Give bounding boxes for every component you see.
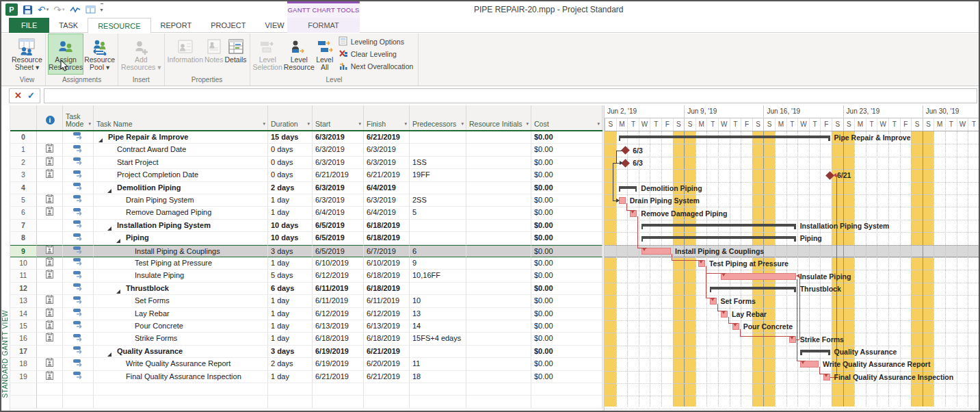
cell-task-name[interactable]: Remove Damaged Piping (94, 207, 268, 219)
row-number[interactable]: 4 (10, 182, 37, 194)
cell-finish[interactable]: 6/18/2019 (364, 232, 410, 244)
cell-indicators[interactable] (37, 194, 63, 207)
cell-indicators[interactable] (37, 346, 63, 358)
cell-cost[interactable]: $0.00 (531, 220, 602, 232)
cell-finish[interactable]: 6/4/2019 (364, 182, 410, 194)
cell-task-mode[interactable] (63, 245, 94, 257)
gantt-task-bar[interactable] (721, 273, 796, 280)
cell-task-mode[interactable] (63, 371, 94, 383)
collapse-triangle-icon[interactable] (98, 135, 103, 144)
cell-cost[interactable]: $0.00 (531, 169, 602, 181)
cell-indicators[interactable] (37, 270, 63, 282)
row-number[interactable]: 15 (10, 320, 37, 333)
column-header-cost[interactable]: Cost▾ (531, 105, 602, 130)
cell-duration[interactable]: 5 days (268, 270, 313, 282)
cell-finish[interactable]: 6/21/2019 (364, 346, 410, 358)
cell-task-name[interactable]: Insulate Piping (94, 270, 268, 282)
cell-cost[interactable]: $0.00 (531, 270, 602, 282)
cell-cost[interactable]: $0.00 (531, 194, 602, 207)
save-icon[interactable] (23, 3, 33, 16)
column-header-name[interactable]: Task Name▾ (94, 105, 268, 130)
cell-cost[interactable]: $0.00 (531, 207, 602, 219)
column-header-info[interactable]: i (37, 105, 63, 130)
filter-arrow-icon[interactable]: ▾ (597, 120, 600, 127)
cell-predecessors[interactable]: 13 (410, 308, 466, 320)
cell-resource-initials[interactable] (466, 220, 531, 232)
cell-predecessors[interactable]: 15FS+4 edays (410, 333, 466, 345)
cell-indicators[interactable] (37, 283, 63, 295)
cell-task-mode[interactable] (63, 232, 94, 244)
column-header-duration[interactable]: Duration▾ (268, 105, 313, 130)
cell-start[interactable]: 6/12/2019 (313, 270, 364, 282)
cell-task-mode[interactable] (63, 257, 94, 270)
cell-indicators[interactable] (37, 333, 63, 345)
cell-task-mode[interactable] (63, 308, 94, 320)
cell-indicators[interactable] (37, 207, 63, 219)
cell-indicators[interactable] (37, 220, 63, 232)
cell-task-name[interactable]: Start Project (94, 157, 268, 169)
cell-resource-initials[interactable] (466, 157, 531, 169)
tab-project[interactable]: PROJECT (201, 18, 255, 33)
cell-predecessors[interactable]: 19FF (410, 169, 466, 181)
activity-icon[interactable] (70, 3, 81, 16)
gantt-summary-bar[interactable] (641, 236, 796, 239)
cell-start[interactable]: 6/18/2019 (313, 333, 364, 345)
cell-indicators[interactable] (37, 182, 63, 194)
redo-button[interactable]: ↷▾ (53, 3, 64, 16)
cell-finish[interactable]: 6/18/2019 (364, 283, 410, 295)
gantt-milestone-diamond[interactable] (621, 146, 630, 155)
cell-indicators[interactable] (37, 232, 63, 244)
cell-start[interactable]: 6/3/2019 (313, 182, 364, 194)
cell-duration[interactable]: 6 days (268, 283, 313, 295)
cell-finish[interactable]: 6/12/2019 (364, 308, 410, 320)
filter-arrow-icon[interactable]: ▾ (263, 120, 265, 127)
cell-start[interactable]: 6/19/2019 (313, 358, 364, 370)
cell-finish[interactable]: 6/3/2019 (364, 194, 410, 207)
cell-start[interactable]: 6/21/2019 (313, 169, 364, 181)
collapse-triangle-icon[interactable] (107, 223, 112, 232)
cell-predecessors[interactable]: 18 (410, 371, 466, 383)
cell-task-name[interactable]: Strike Forms (94, 333, 268, 345)
row-number[interactable]: 6 (10, 207, 37, 219)
cell-task-mode[interactable] (63, 144, 94, 156)
undo-button[interactable]: ↶▾ (38, 3, 49, 16)
cell-cost[interactable]: $0.00 (531, 245, 602, 257)
cell-resource-initials[interactable] (466, 320, 531, 333)
cell-cost[interactable]: $0.00 (531, 182, 602, 194)
cell-task-name[interactable]: Write Quality Assurance Report (94, 358, 268, 370)
collapse-triangle-icon[interactable] (107, 349, 112, 358)
cell-cost[interactable]: $0.00 (531, 320, 602, 333)
tab-format[interactable]: FORMAT (287, 18, 360, 33)
clear-leveling-button[interactable]: Clear Leveling (339, 49, 414, 59)
cell-predecessors[interactable]: 10,16FF (410, 270, 466, 282)
cell-start[interactable]: 6/3/2019 (313, 194, 364, 207)
cell-task-name[interactable]: Set Forms (94, 295, 268, 307)
cell-duration[interactable]: 3 days (268, 346, 313, 358)
cell-cost[interactable]: $0.00 (531, 131, 602, 144)
cell-resource-initials[interactable] (466, 346, 531, 358)
cell-predecessors[interactable]: 2SS (410, 194, 466, 207)
row-number[interactable]: 9 (10, 245, 37, 257)
cell-predecessors[interactable] (410, 346, 466, 358)
cell-task-mode[interactable] (63, 194, 94, 207)
cell-duration[interactable]: 1 day (268, 295, 313, 307)
cell-start[interactable]: 6/21/2019 (313, 371, 364, 383)
cell-predecessors[interactable]: 6 (410, 245, 466, 257)
cell-start[interactable]: 6/11/2019 (313, 295, 364, 307)
cell-cost[interactable]: $0.00 (531, 257, 602, 270)
cell-task-name[interactable]: Drain Piping System (94, 194, 268, 207)
customize-qat-icon[interactable]: ▾ (101, 3, 103, 16)
cell-duration[interactable]: 10 days (268, 232, 313, 244)
cell-indicators[interactable] (37, 245, 63, 257)
cell-task-mode[interactable] (63, 182, 94, 194)
cell-task-name[interactable]: Quality Assurance (94, 346, 268, 358)
entry-bar-input[interactable] (44, 88, 977, 103)
row-number[interactable]: 8 (10, 232, 37, 244)
cell-finish[interactable]: 6/21/2019 (364, 169, 410, 181)
collapse-triangle-icon[interactable] (116, 235, 121, 244)
cell-predecessors[interactable]: 10 (410, 295, 466, 307)
gantt-summary-bar[interactable] (641, 224, 796, 227)
cell-finish[interactable]: 6/18/2019 (364, 333, 410, 345)
cell-duration[interactable]: 1 day (268, 194, 313, 207)
cell-duration[interactable]: 1 day (268, 333, 313, 345)
